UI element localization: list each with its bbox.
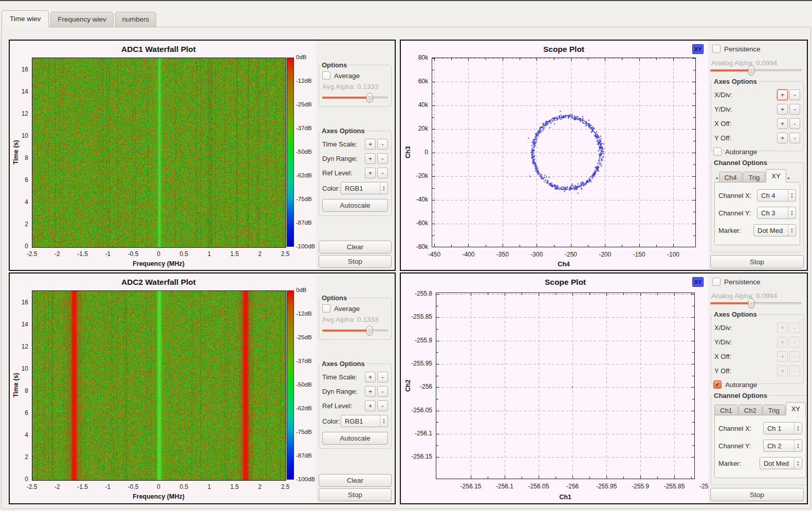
- channel-tab-ch4[interactable]: Ch4: [719, 172, 743, 182]
- autorange-checkbox[interactable]: ✔ Autorange: [713, 380, 757, 389]
- y-tick-label: 0: [401, 149, 428, 156]
- channel-y-select[interactable]: Ch 3 ▴▾: [757, 207, 796, 219]
- slider-handle[interactable]: [366, 93, 373, 103]
- slider-fill: [322, 330, 370, 332]
- ref-level-minus-button[interactable]: -: [377, 400, 388, 411]
- channel-tab-ch1[interactable]: Ch1: [714, 405, 738, 415]
- persistence-checkbox[interactable]: Persistence: [712, 278, 761, 286]
- autorange-checkbox[interactable]: Autorange: [713, 148, 757, 156]
- clear-button[interactable]: Clear: [319, 241, 392, 253]
- xoff-plus-button[interactable]: +: [777, 351, 788, 362]
- channel-tab-xy[interactable]: XY: [786, 402, 806, 415]
- yoff-row: Y Off: + -: [714, 366, 800, 376]
- clear-button[interactable]: Clear: [319, 474, 392, 487]
- spinner-arrows-icon[interactable]: ▴▾: [788, 225, 796, 236]
- scope-stop-button[interactable]: Stop: [710, 255, 804, 268]
- spinner-arrows-icon[interactable]: ▴▾: [794, 423, 802, 434]
- spinner-arrows-icon[interactable]: ▴▾: [788, 207, 796, 218]
- persistence-checkbox[interactable]: Persistence: [712, 45, 761, 53]
- colorbar-tick-label: -100dB: [296, 243, 315, 249]
- axes-options-legend: Axes Options: [712, 311, 759, 318]
- yoff-minus-button[interactable]: -: [789, 133, 800, 143]
- color-select[interactable]: RGB1 ▴▾: [341, 182, 388, 194]
- xdiv-plus-button[interactable]: +: [777, 89, 788, 100]
- xdiv-plus-button[interactable]: +: [777, 322, 788, 333]
- xdiv-minus-button[interactable]: -: [789, 322, 800, 333]
- xoff-minus-button[interactable]: -: [789, 118, 800, 129]
- yoff-label: Y Off:: [714, 367, 731, 375]
- ydiv-plus-button[interactable]: +: [777, 104, 788, 115]
- spinner-arrows-icon[interactable]: ▴▾: [794, 458, 802, 469]
- marker-select[interactable]: Dot Med ▴▾: [753, 224, 796, 236]
- y-tick-label: 2: [10, 453, 28, 461]
- scope-top-plot-area[interactable]: [432, 58, 696, 247]
- spinner-arrows-icon[interactable]: ▴▾: [794, 440, 802, 451]
- spinner-arrows-icon[interactable]: ▴▾: [788, 190, 796, 201]
- x-tick-label: 2.5: [281, 250, 290, 258]
- y-tick-label: 8: [10, 154, 28, 161]
- dyn-range-plus-button[interactable]: +: [365, 386, 376, 397]
- channel-tab-trig[interactable]: Trig: [743, 172, 765, 182]
- average-checkbox[interactable]: Average: [322, 304, 388, 313]
- xy-mode-badge[interactable]: XY: [692, 44, 704, 54]
- ydiv-minus-button[interactable]: -: [789, 337, 800, 348]
- ydiv-plus-button[interactable]: +: [777, 337, 788, 348]
- xy-mode-badge[interactable]: XY: [692, 277, 704, 287]
- channel-tab-xy[interactable]: XY: [766, 169, 786, 182]
- adc2-waterfall-image[interactable]: [32, 290, 286, 481]
- time-scale-minus-button[interactable]: -: [377, 139, 388, 150]
- yoff-minus-button[interactable]: -: [789, 366, 800, 376]
- x-tick-label: -450: [428, 251, 440, 258]
- xoff-row: X Off: + -: [714, 118, 800, 129]
- tab-scroll-left-icon[interactable]: ◂: [714, 175, 719, 182]
- scope-stop-button[interactable]: Stop: [710, 488, 804, 501]
- dyn-range-minus-button[interactable]: -: [377, 386, 388, 397]
- spinner-arrows-icon[interactable]: ▴▾: [380, 182, 387, 194]
- yoff-plus-button[interactable]: +: [777, 133, 788, 143]
- scope-top-figure: Scope Plot XY Ch3 Ch4 -450-400-350-300-2…: [401, 41, 708, 270]
- avg-alpha-slider[interactable]: [322, 93, 388, 103]
- tab-time-view[interactable]: Time wiev: [2, 10, 49, 28]
- yoff-plus-button[interactable]: +: [777, 366, 788, 376]
- analog-alpha-slider[interactable]: [710, 65, 802, 76]
- autoscale-button[interactable]: Autoscale: [322, 199, 388, 212]
- avg-alpha-slider[interactable]: [322, 325, 388, 336]
- ydiv-minus-button[interactable]: -: [789, 104, 800, 115]
- ref-level-plus-button[interactable]: +: [365, 400, 376, 411]
- channel-tab-ch2[interactable]: Ch2: [739, 405, 762, 415]
- spinner-arrows-icon[interactable]: ▴▾: [380, 415, 387, 427]
- scope-bottom-plot-area[interactable]: [436, 293, 695, 479]
- y-tick-label: -60k: [401, 220, 428, 227]
- tab-scroll-right-icon[interactable]: ▸: [787, 175, 791, 182]
- channel-x-select[interactable]: Ch 1 ▴▾: [763, 422, 802, 434]
- tab-numbers[interactable]: numbers: [115, 12, 157, 27]
- y-tick-label: 14: [10, 321, 28, 328]
- x-tick-label: -255.85: [664, 483, 685, 490]
- adc1-waterfall-image[interactable]: [32, 58, 286, 248]
- dyn-range-plus-button[interactable]: +: [365, 153, 376, 164]
- slider-handle[interactable]: [748, 66, 755, 76]
- xoff-plus-button[interactable]: +: [777, 118, 788, 129]
- slider-handle[interactable]: [748, 299, 755, 308]
- ref-level-minus-button[interactable]: -: [377, 168, 388, 178]
- marker-select[interactable]: Dot Med ▴▾: [760, 457, 802, 469]
- autoscale-button[interactable]: Autoscale: [322, 432, 388, 445]
- color-select[interactable]: RGB1 ▴▾: [341, 415, 388, 427]
- colorbar-tick-label: -75dB: [296, 196, 312, 202]
- tab-frequency-view[interactable]: Frequency wiev: [50, 12, 114, 27]
- time-scale-plus-button[interactable]: +: [365, 139, 376, 150]
- channel-tab-trig[interactable]: Trig: [763, 405, 785, 415]
- dyn-range-minus-button[interactable]: -: [377, 153, 388, 164]
- analog-alpha-slider[interactable]: [710, 298, 802, 308]
- ref-level-plus-button[interactable]: +: [365, 168, 376, 178]
- time-scale-minus-button[interactable]: -: [377, 372, 388, 382]
- slider-handle[interactable]: [366, 326, 373, 336]
- channel-x-select[interactable]: Ch 4 ▴▾: [757, 189, 796, 202]
- xdiv-minus-button[interactable]: -: [789, 89, 800, 100]
- xoff-minus-button[interactable]: -: [789, 351, 800, 362]
- time-scale-plus-button[interactable]: +: [365, 372, 376, 382]
- average-checkbox[interactable]: Average: [322, 71, 388, 80]
- stop-button[interactable]: Stop: [319, 488, 392, 501]
- stop-button[interactable]: Stop: [319, 255, 392, 268]
- channel-y-select[interactable]: Ch 2 ▴▾: [763, 440, 802, 452]
